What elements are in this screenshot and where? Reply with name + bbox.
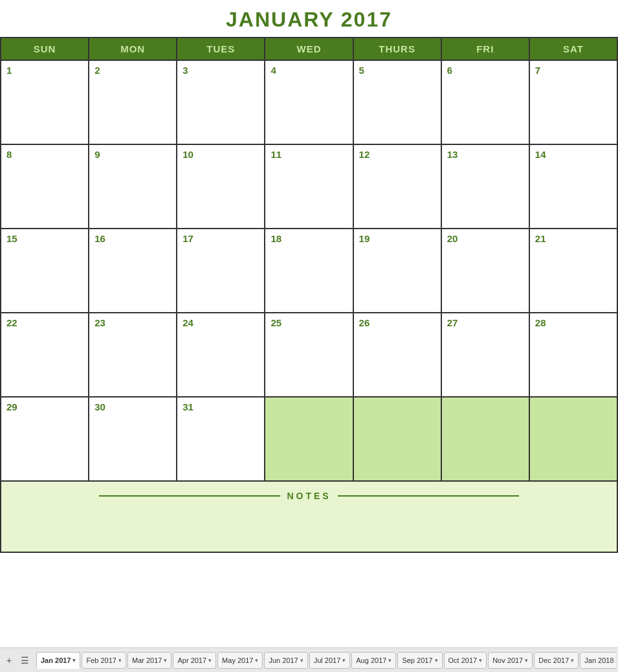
cell-date-20: 20 [447, 233, 458, 244]
notes-section: NOTES [1, 482, 618, 553]
cell-date-23: 23 [94, 317, 105, 328]
cell-date-21: 21 [535, 233, 546, 244]
cell-date-27: 27 [447, 317, 458, 328]
tab-mar-2017[interactable]: Mar 2017▾ [127, 652, 171, 669]
calendar-cell-1[interactable]: 1 [1, 61, 89, 145]
chevron-down-icon: ▾ [342, 657, 346, 664]
tab-jun-2017[interactable]: Jun 2017▾ [264, 652, 307, 669]
calendar-cell-22[interactable]: 22 [1, 313, 89, 398]
tab-aug-2017[interactable]: Aug 2017▾ [351, 652, 396, 669]
cell-date-30: 30 [94, 401, 105, 412]
cell-date-3: 3 [182, 65, 188, 76]
tab-jan-2017[interactable]: Jan 2017▾ [36, 652, 80, 669]
calendar-cell-27[interactable]: 27 [442, 313, 530, 398]
cell-date-12: 12 [359, 149, 370, 160]
calendar-cell-25[interactable]: 25 [265, 313, 353, 398]
chevron-down-icon: ▾ [388, 657, 392, 664]
calendar-cell-16[interactable]: 16 [89, 229, 177, 313]
calendar-cell-31[interactable]: 31 [177, 398, 265, 482]
calendar-cell-14[interactable]: 14 [530, 145, 618, 229]
cell-date-2: 2 [94, 65, 100, 76]
cell-date-5: 5 [359, 65, 364, 76]
calendar-cell-7[interactable]: 7 [530, 61, 618, 145]
calendar-cell-24[interactable]: 24 [177, 313, 265, 398]
cell-date-11: 11 [270, 149, 281, 160]
tabs-container: Jan 2017▾Feb 2017▾Mar 2017▾Apr 2017▾May … [36, 652, 615, 669]
cell-date-22: 22 [6, 317, 17, 328]
notes-line-left [99, 495, 280, 497]
calendar-cell-19[interactable]: 19 [354, 229, 442, 313]
cell-date-24: 24 [182, 317, 193, 328]
empty-cell[interactable] [265, 398, 353, 482]
day-header-wed: WED [265, 38, 353, 61]
tab-bar: + ☰ Jan 2017▾Feb 2017▾Mar 2017▾Apr 2017▾… [0, 647, 618, 672]
calendar-cell-30[interactable]: 30 [89, 398, 177, 482]
cell-date-29: 29 [6, 401, 17, 412]
calendar-cell-21[interactable]: 21 [530, 229, 618, 313]
cell-date-28: 28 [535, 317, 546, 328]
chevron-down-icon: ▾ [479, 657, 482, 664]
add-sheet-button[interactable]: + [3, 654, 16, 667]
calendar-cell-12[interactable]: 12 [354, 145, 442, 229]
chevron-down-icon: ▾ [435, 657, 438, 664]
tab-sep-2017[interactable]: Sep 2017▾ [397, 652, 442, 669]
empty-cell[interactable] [442, 398, 530, 482]
tab-nov-2017[interactable]: Nov 2017▾ [488, 652, 533, 669]
cell-date-7: 7 [535, 65, 540, 76]
calendar-cell-6[interactable]: 6 [442, 61, 530, 145]
week-row-3: 15161718192021 [1, 229, 618, 313]
empty-cell[interactable] [354, 398, 442, 482]
day-header-sun: SUN [1, 38, 89, 61]
calendar-cell-17[interactable]: 17 [177, 229, 265, 313]
cell-date-31: 31 [182, 401, 193, 412]
day-headers-row: SUNMONTUESWEDTHURSFRISAT [1, 38, 618, 61]
empty-cell[interactable] [530, 398, 618, 482]
cell-date-10: 10 [182, 149, 193, 160]
calendar-cell-2[interactable]: 2 [89, 61, 177, 145]
calendar-cell-29[interactable]: 29 [1, 398, 89, 482]
day-header-fri: FRI [442, 38, 530, 61]
tab-may-2017[interactable]: May 2017▾ [217, 652, 263, 669]
day-header-tues: TUES [177, 38, 265, 61]
calendar-cell-15[interactable]: 15 [1, 229, 89, 313]
tab-jan-2018[interactable]: Jan 2018▾ [580, 652, 615, 669]
cell-date-13: 13 [447, 149, 458, 160]
calendar-cell-10[interactable]: 10 [177, 145, 265, 229]
tab-apr-2017[interactable]: Apr 2017▾ [173, 652, 216, 669]
day-header-sat: SAT [530, 38, 618, 61]
calendar-cell-4[interactable]: 4 [265, 61, 353, 145]
chevron-down-icon: ▾ [525, 657, 528, 664]
notes-header: NOTES [14, 491, 604, 501]
tab-feb-2017[interactable]: Feb 2017▾ [82, 652, 126, 669]
cell-date-6: 6 [447, 65, 452, 76]
cell-date-9: 9 [94, 149, 100, 160]
calendar-container: SUNMONTUESWEDTHURSFRISAT 123456789101112… [0, 37, 618, 553]
chevron-down-icon: ▾ [72, 657, 76, 664]
weeks-container: 1234567891011121314151617181920212223242… [1, 61, 618, 482]
calendar-cell-8[interactable]: 8 [1, 145, 89, 229]
calendar-cell-23[interactable]: 23 [89, 313, 177, 398]
week-row-1: 1234567 [1, 61, 618, 145]
cell-date-25: 25 [270, 317, 281, 328]
tab-oct-2017[interactable]: Oct 2017▾ [444, 652, 487, 669]
day-header-thurs: THURS [354, 38, 442, 61]
calendar-cell-26[interactable]: 26 [354, 313, 442, 398]
tab-dec-2017[interactable]: Dec 2017▾ [534, 652, 579, 669]
menu-button[interactable]: ☰ [18, 654, 31, 667]
week-row-4: 22232425262728 [1, 313, 618, 398]
calendar-cell-13[interactable]: 13 [442, 145, 530, 229]
calendar-cell-18[interactable]: 18 [265, 229, 353, 313]
cell-date-1: 1 [6, 65, 12, 76]
calendar-cell-9[interactable]: 9 [89, 145, 177, 229]
calendar-cell-20[interactable]: 20 [442, 229, 530, 313]
tab-bar-icons: + ☰ [3, 654, 31, 667]
cell-date-14: 14 [535, 149, 546, 160]
calendar-cell-3[interactable]: 3 [177, 61, 265, 145]
calendar-cell-11[interactable]: 11 [265, 145, 353, 229]
calendar-cell-28[interactable]: 28 [530, 313, 618, 398]
cell-date-15: 15 [6, 233, 17, 244]
chevron-down-icon: ▾ [300, 657, 303, 664]
calendar-cell-5[interactable]: 5 [354, 61, 442, 145]
week-row-5: 293031 [1, 398, 618, 482]
tab-jul-2017[interactable]: Jul 2017▾ [309, 652, 351, 669]
